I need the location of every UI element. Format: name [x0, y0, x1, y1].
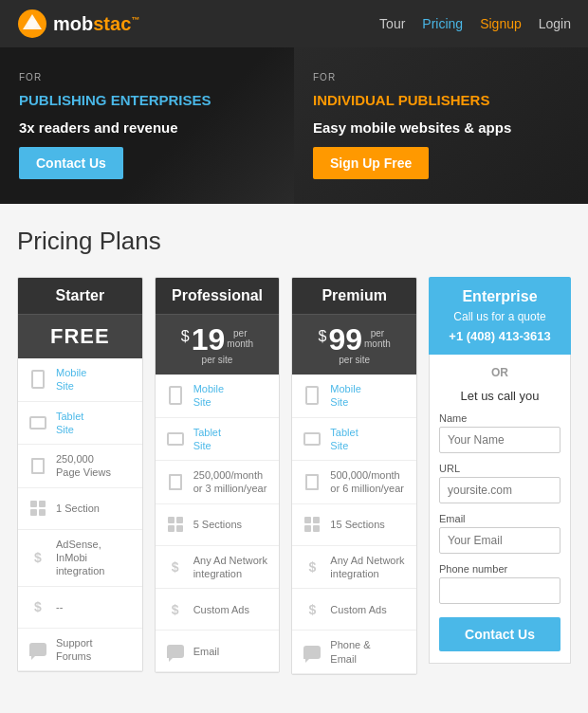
feature-text: Custom Ads: [330, 603, 386, 616]
email-field-group: Email: [439, 513, 560, 554]
price-site: per site: [163, 355, 272, 365]
url-label: URL: [439, 463, 560, 474]
list-item: MobileSite: [18, 358, 142, 402]
mobile-icon: [165, 385, 186, 406]
mobile-icon: [302, 385, 322, 406]
grid-icon: [28, 498, 48, 519]
enterprise-form: OR Let us call you Name URL Email Phone …: [429, 355, 571, 664]
enterprise-name: Enterprise: [438, 288, 561, 305]
header: mobstac™ Tour Pricing Signup Login: [0, 0, 588, 47]
tablet-icon: [28, 412, 48, 433]
enterprise-quote: Call us for a quote: [438, 309, 561, 325]
list-item: $ Any Ad Network integration: [292, 546, 416, 590]
doc-icon: [165, 471, 186, 492]
chat-icon: [28, 639, 48, 660]
dollar-icon: $: [165, 557, 186, 577]
list-item: MobileSite: [292, 375, 416, 418]
phone-label: Phone number: [439, 563, 560, 575]
list-item: TabletSite: [18, 402, 142, 446]
enterprise-phone: +1 (408) 413-3613: [438, 329, 561, 343]
mobile-icon: [28, 369, 48, 390]
feature-text: TabletSite: [330, 426, 358, 453]
logo-text: mobstac™: [53, 13, 139, 35]
list-item: 250,000Page Views: [18, 445, 142, 488]
feature-text: Email: [193, 645, 220, 658]
professional-features: MobileSite TabletSite 250,000/month or 3…: [156, 375, 280, 672]
price-dollar: $: [319, 328, 327, 345]
professional-price: $ 19 permonth per site: [156, 314, 280, 375]
logo-icon: [17, 9, 47, 39]
price-number: 99: [328, 324, 362, 355]
list-item: $ Custom Ads: [292, 589, 416, 631]
email-input[interactable]: [439, 527, 560, 554]
chat-icon: [302, 642, 322, 663]
list-item: 250,000/month or 3 million/year: [156, 461, 280, 504]
list-item: 15 Sections: [292, 504, 416, 546]
enterprise-plan: Enterprise Call us for a quote +1 (408) …: [429, 277, 571, 664]
pricing-section: Pricing Plans Starter FREE MobileSite Ta…: [0, 204, 588, 704]
name-input[interactable]: [439, 427, 560, 453]
list-item: TabletSite: [156, 418, 280, 462]
phone-input[interactable]: [439, 577, 560, 604]
feature-text: TabletSite: [193, 426, 221, 453]
starter-plan: Starter FREE MobileSite TabletSite: [17, 277, 143, 672]
hero-banner: FOR PUBLISHING ENTERPRISES 3x readers an…: [0, 47, 588, 204]
premium-name: Premium: [300, 287, 409, 304]
doc-icon: [302, 471, 322, 492]
nav-login[interactable]: Login: [539, 16, 571, 31]
professional-name: Professional: [163, 287, 272, 304]
feature-text: Any Ad Network integration: [193, 554, 270, 581]
feature-text: MobileSite: [56, 366, 86, 393]
feature-text: 250,000/month or 3 million/year: [193, 468, 270, 496]
name-field-group: Name: [439, 412, 560, 453]
contact-us-button[interactable]: Contact Us: [19, 147, 123, 179]
logo: mobstac™: [17, 9, 139, 39]
svg-point-2: [28, 19, 37, 28]
feature-text: AdSense, InMobi integration: [56, 538, 133, 578]
list-item: Email: [156, 631, 280, 672]
contact-submit-button[interactable]: Contact Us: [439, 617, 560, 651]
grid-icon: [302, 514, 322, 535]
list-item: 500,000/month or 6 million/year: [292, 461, 416, 504]
tablet-icon: [165, 429, 186, 449]
let-call-label: Let us call you: [439, 389, 560, 403]
feature-text: 250,000Page Views: [56, 452, 111, 480]
feature-text: MobileSite: [193, 382, 224, 410]
starter-header: Starter: [18, 278, 142, 314]
price-per: permonth: [364, 328, 391, 349]
dollar-icon: $: [165, 599, 186, 620]
feature-text: SupportForums: [56, 636, 93, 664]
enterprise-header: Enterprise Call us for a quote +1 (408) …: [429, 277, 571, 355]
nav-tour[interactable]: Tour: [379, 16, 405, 31]
professional-plan: Professional $ 19 permonth per site Mobi…: [155, 277, 281, 673]
feature-text: TabletSite: [56, 410, 83, 437]
starter-price-label: FREE: [26, 324, 135, 349]
list-item: Phone &Email: [292, 631, 416, 674]
list-item: TabletSite: [292, 418, 416, 462]
hero-right-desc: Easy mobile websites & apps: [313, 119, 569, 137]
list-item: MobileSite: [156, 375, 280, 418]
dollar-icon: $: [302, 557, 322, 577]
signup-free-button[interactable]: Sign Up Free: [313, 147, 429, 179]
hero-left-desc: 3x readers and revenue: [19, 119, 275, 137]
starter-features: MobileSite TabletSite 250,000Page Views: [18, 358, 142, 671]
price-per: permonth: [227, 328, 253, 349]
phone-field-group: Phone number: [439, 563, 560, 604]
feature-text: Any Ad Network integration: [330, 554, 407, 581]
professional-header: Professional: [156, 278, 280, 314]
feature-text: --: [56, 600, 63, 613]
price-number: 19: [192, 324, 226, 355]
list-item: $ AdSense, InMobi integration: [18, 530, 142, 587]
hero-right: FOR INDIVIDUAL PUBLISHERS Easy mobile we…: [294, 47, 588, 204]
url-input[interactable]: [439, 477, 560, 503]
feature-text: 5 Sections: [193, 518, 242, 531]
starter-name: Starter: [26, 287, 135, 304]
nav-signup[interactable]: Signup: [480, 16, 522, 31]
nav-pricing[interactable]: Pricing: [422, 16, 463, 31]
starter-price: FREE: [18, 314, 142, 358]
email-label: Email: [439, 513, 560, 524]
tablet-icon: [302, 429, 322, 449]
premium-plan: Premium $ 99 permonth per site MobileSit…: [291, 277, 417, 675]
list-item: SupportForums: [18, 629, 142, 672]
plans-container: Starter FREE MobileSite TabletSite: [17, 277, 571, 675]
